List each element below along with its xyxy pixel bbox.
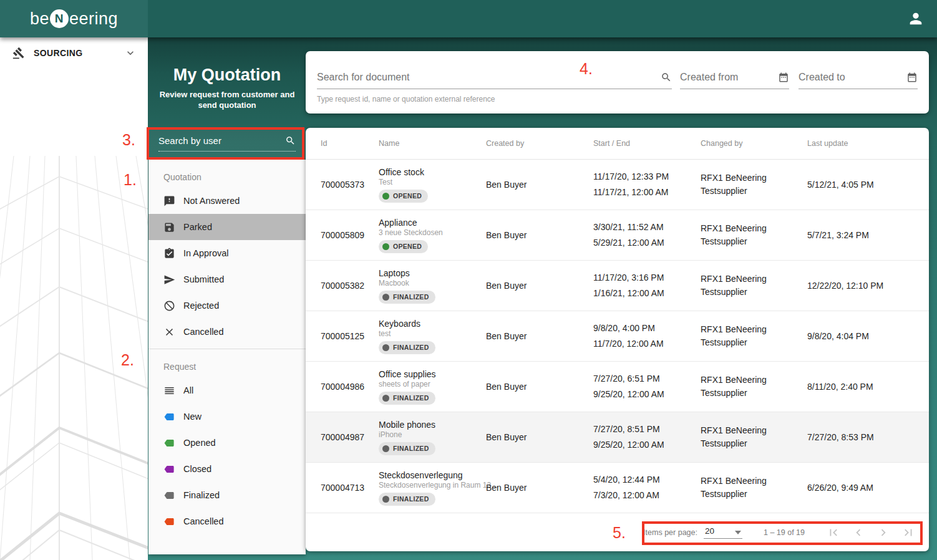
status-badge: OPENED [379, 190, 428, 203]
top-app-bar: be N eering [0, 0, 937, 37]
row-description: Test [379, 178, 392, 186]
row-id: 700005382 [321, 281, 379, 291]
row-description: sheets of paper [379, 380, 430, 389]
status-badge: OPENED [379, 240, 428, 253]
nav-item-sourcing[interactable]: SOURCING [0, 37, 148, 69]
sidebar-menu-item[interactable]: Not Answered [148, 188, 306, 214]
created-from-placeholder: Created from [680, 72, 778, 83]
items-per-page-select[interactable]: 20 [704, 526, 742, 539]
search-document-input[interactable]: Search for document [317, 51, 672, 89]
row-name: Steckdosenverlegung [379, 470, 463, 480]
beneering-logo: be N eering [30, 9, 118, 29]
search-helper-text: Type request id, name or quotation exter… [317, 95, 495, 104]
last-page-button[interactable] [896, 520, 921, 545]
row-id: 700005125 [321, 331, 379, 341]
status-dot-icon [382, 193, 389, 200]
row-changed-by: RFX1 BeNeering Testsupplier [701, 424, 779, 450]
status-dot-icon [382, 344, 389, 351]
row-start-date: 7/27/20, 8:51 PM [593, 422, 701, 437]
search-by-user-placeholder: Search by user [158, 135, 285, 146]
row-name-cell: Keyboards test FINALIZED [379, 319, 486, 354]
status-label: FINALIZED [393, 445, 429, 452]
assignment-turned-in-icon [163, 248, 175, 259]
sidebar-menu-item[interactable]: Rejected [148, 292, 306, 319]
label-icon [163, 437, 175, 449]
table-row[interactable]: 700005125 Keyboards test FINALIZED Ben B… [306, 311, 929, 362]
calendar-icon[interactable] [778, 72, 789, 83]
row-created-by: Ben Buyer [486, 180, 593, 190]
sidebar-menu-item[interactable]: Parked [148, 214, 306, 240]
table-row[interactable]: 700004986 Office supplies sheets of pape… [306, 362, 929, 412]
row-last-update: 7/27/20, 8:53 PM [807, 432, 929, 442]
status-label: FINALIZED [393, 495, 429, 503]
column-header-start-end: Start / End [593, 139, 701, 148]
label-icon [163, 411, 175, 423]
search-icon[interactable] [661, 72, 672, 83]
paginator-buttons [821, 520, 921, 545]
row-description: iPhone [379, 430, 402, 439]
row-created-by: Ben Buyer [486, 483, 593, 493]
table-row[interactable]: 700005809 Appliance 3 neue Steckdosen OP… [306, 210, 929, 261]
row-name: Mobile phones [379, 420, 435, 430]
row-name-cell: Appliance 3 neue Steckdosen OPENED [379, 218, 486, 253]
sidebar-menu-item[interactable]: Closed [148, 456, 306, 482]
sidebar-menu-item-label: Finalized [183, 490, 220, 500]
row-name: Office stock [379, 167, 424, 177]
row-created-by: Ben Buyer [486, 382, 593, 392]
row-name: Keyboards [379, 319, 420, 329]
table-row[interactable]: 700005382 Laptops Macbook FINALIZED Ben … [306, 261, 929, 311]
annotation-number-5: 5. [613, 524, 626, 542]
row-name: Laptops [379, 268, 410, 278]
sidebar-menu-item[interactable]: New [148, 403, 306, 430]
document-search-card: Search for document Created from Created… [306, 51, 929, 113]
calendar-icon[interactable] [906, 72, 918, 83]
application-window: be N eering SOURCING [0, 0, 937, 560]
table-row[interactable]: 700004987 Mobile phones iPhone FINALIZED… [306, 412, 929, 463]
account-icon[interactable] [907, 10, 925, 27]
sidebar-menu-item-label: Cancelled [183, 516, 224, 526]
sidebar-menu-item[interactable]: Opened [148, 430, 306, 456]
row-name-cell: Office supplies sheets of paper FINALIZE… [379, 369, 486, 405]
search-by-user-inner: Search by user [158, 135, 296, 152]
search-icon[interactable] [285, 135, 296, 146]
label-icon [163, 516, 175, 528]
sidebar-menu-item-label: Opened [183, 438, 216, 448]
created-from-input[interactable]: Created from [680, 51, 789, 89]
sidebar-menu-item[interactable]: Finalized [148, 482, 306, 508]
created-to-placeholder: Created to [799, 72, 906, 83]
close-icon [163, 326, 175, 338]
row-created-by: Ben Buyer [486, 432, 593, 442]
sidebar-menu-item[interactable]: Submitted [148, 266, 306, 292]
row-changed-by: RFX1 BeNeering Testsupplier [701, 273, 779, 299]
status-label: OPENED [393, 192, 422, 200]
row-id: 700005373 [321, 180, 379, 190]
next-page-button[interactable] [871, 520, 896, 545]
table-row[interactable]: 700005373 Office stock Test OPENED Ben B… [306, 160, 929, 210]
row-start-end: 11/17/20, 12:33 PM 11/17/21, 12:00 AM [593, 169, 701, 200]
sidebar-menu-item[interactable]: Cancelled [148, 508, 306, 534]
label-icon [163, 463, 175, 475]
sidebar-menu-item[interactable]: In Approval [148, 240, 306, 266]
search-card-row: Search for document Created from Created… [306, 51, 929, 89]
page-subtitle: Review request from customer and send qu… [148, 89, 306, 110]
request-menu-list: All New Opened Closed Finalized Cancelle… [148, 377, 306, 534]
previous-page-button[interactable] [846, 520, 871, 545]
row-changed-by: RFX1 BeNeering Testsupplier [701, 374, 779, 400]
status-dot-icon [382, 445, 389, 452]
row-changed-by: RFX1 BeNeering Testsupplier [701, 323, 779, 349]
row-end-date: 5/29/21, 12:00 AM [593, 235, 701, 251]
sidebar-menu-item[interactable]: All [148, 377, 306, 403]
sidebar-menu-item[interactable]: Cancelled [148, 319, 306, 345]
search-by-user-field[interactable]: Search by user [148, 128, 306, 160]
row-start-end: 11/17/20, 3:16 PM 1/16/21, 12:00 AM [593, 270, 701, 301]
row-end-date: 7/3/20, 12:00 AM [593, 488, 701, 503]
first-page-button[interactable] [821, 520, 846, 545]
created-to-input[interactable]: Created to [799, 51, 918, 89]
row-start-end: 3/30/21, 11:52 AM 5/29/21, 12:00 AM [593, 220, 701, 251]
status-label: FINALIZED [393, 293, 429, 301]
search-document-placeholder: Search for document [317, 72, 661, 83]
row-description: 3 neue Steckdosen [379, 228, 443, 237]
row-end-date: 1/16/21, 12:00 AM [593, 286, 701, 301]
sidebar-menu-item-label: Rejected [183, 301, 219, 311]
table-row[interactable]: 700004713 Steckdosenverlegung Steckdosen… [306, 463, 929, 513]
